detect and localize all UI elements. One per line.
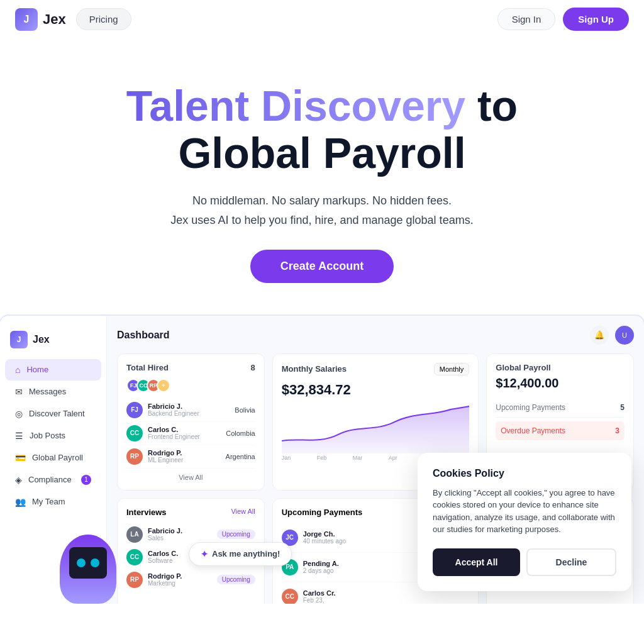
accept-cookies-button[interactable]: Accept All xyxy=(433,548,520,576)
avatar: CC xyxy=(126,549,143,565)
dash-logo: J Jex xyxy=(0,326,106,358)
salary-chart xyxy=(282,403,470,453)
cookie-buttons: Accept All Decline xyxy=(433,548,616,576)
view-all-link[interactable]: View All xyxy=(126,474,255,481)
table-row: FJ Fabricio J. Backend Engineer Bolivia xyxy=(126,399,255,422)
sidebar-item-messages[interactable]: ✉ Messages xyxy=(5,381,101,402)
sidebar-item-label: Compliance xyxy=(28,475,72,484)
avatar: RP xyxy=(126,448,143,465)
dashboard-preview: J Jex ⌂ Home ✉ Messages ◎ Discover Talen… xyxy=(0,314,644,604)
sidebar-item-compliance[interactable]: ◈ Compliance 1 xyxy=(5,469,101,491)
status-badge: Upcoming xyxy=(217,575,255,584)
monthly-dropdown[interactable]: Monthly xyxy=(434,363,470,375)
chart-label: Feb xyxy=(317,455,327,461)
int-role: Marketing xyxy=(148,580,212,587)
payroll-amount: $12,400.00 xyxy=(496,376,625,391)
signin-button[interactable]: Sign In xyxy=(497,8,556,30)
emp-name: Carlos C. xyxy=(148,426,221,433)
notifications-icon[interactable]: 🔔 xyxy=(590,326,609,345)
upcoming-section-label: Upcoming Payments xyxy=(282,508,363,517)
avatar: + xyxy=(157,379,170,392)
discover-icon: ◎ xyxy=(15,409,23,419)
compliance-badge: 1 xyxy=(81,475,91,485)
sidebar-item-label: My Team xyxy=(32,497,65,506)
salary-amount: $32,834.72 xyxy=(282,382,470,398)
chart-label: Mar xyxy=(353,455,363,461)
payroll-icon: 💳 xyxy=(15,453,26,463)
ai-star-icon: ✦ xyxy=(201,549,208,559)
sidebar-item-discover[interactable]: ◎ Discover Talent xyxy=(5,403,101,425)
chart-label: Apr xyxy=(389,455,397,461)
hero-title-gradient: Talent Discovery xyxy=(126,82,465,130)
emp-name: Fabricio J. xyxy=(148,402,230,410)
upcoming-payments-count: 5 xyxy=(620,403,625,412)
avatar: RP xyxy=(126,572,143,588)
upcoming-payments-label: Upcoming Payments xyxy=(496,403,565,412)
sidebar-item-jobs[interactable]: ☰ Job Posts xyxy=(5,425,101,447)
jobs-icon: ☰ xyxy=(15,431,23,441)
total-hired-card: Total Hired 8 FJ CC RP + FJ Fabricio J. … xyxy=(117,353,265,491)
logo-icon: J xyxy=(15,8,38,31)
ai-ask-button[interactable]: ✦ Ask me anything! xyxy=(189,542,292,566)
upcoming-date: Feb 23, xyxy=(303,597,470,604)
int-name: Fabricio J. xyxy=(148,527,212,535)
total-hired-label: Total Hired xyxy=(126,363,169,372)
messages-icon: ✉ xyxy=(15,387,23,397)
emp-country: Colombia xyxy=(226,430,255,437)
avatar: FJ xyxy=(126,402,143,418)
sidebar-item-team[interactable]: 👥 My Team xyxy=(5,491,101,513)
sidebar-item-label: Global Payroll xyxy=(32,453,83,462)
interviews-view-all[interactable]: View All xyxy=(231,508,255,517)
sidebar-item-label: Home xyxy=(26,365,48,374)
dash-header: Dashboard 🔔 U xyxy=(117,326,634,345)
emp-role: Frontend Engineer xyxy=(148,433,221,440)
interviews-label: Interviews xyxy=(126,508,167,517)
avatar: CC xyxy=(126,425,143,441)
decline-cookies-button[interactable]: Decline xyxy=(526,548,616,576)
navbar: J Jex Pricing Sign In Sign Up xyxy=(0,0,644,38)
nav-left: J Jex Pricing xyxy=(15,8,131,31)
hero-section: Talent Discovery toGlobal Payroll No mid… xyxy=(0,38,644,314)
sidebar-item-label: Job Posts xyxy=(30,431,65,440)
header-icons: 🔔 U xyxy=(590,326,634,345)
cookie-title: Cookies Policy xyxy=(433,468,616,479)
overdue-label: Overdue Payments xyxy=(501,426,565,435)
sidebar-item-label: Messages xyxy=(29,387,66,396)
status-badge: Upcoming xyxy=(217,530,255,539)
table-row: CC Carlos C. Frontend Engineer Colombia xyxy=(126,422,255,445)
sidebar-item-payroll[interactable]: 💳 Global Payroll xyxy=(5,447,101,469)
int-name: Rodrigo P. xyxy=(148,572,212,580)
avatar: LA xyxy=(126,526,143,543)
ai-button-label: Ask me anything! xyxy=(212,549,280,558)
emp-name: Rodrigo P. xyxy=(148,449,221,457)
overdue-count: 3 xyxy=(615,426,619,435)
hero-desc: Jex uses AI to help you find, hire, and … xyxy=(25,214,619,227)
sidebar-item-label: Discover Talent xyxy=(29,409,85,418)
emp-role: ML Engineer xyxy=(148,457,221,464)
sidebar-item-home[interactable]: ⌂ Home xyxy=(5,359,101,380)
home-icon: ⌂ xyxy=(15,365,20,375)
monthly-salaries-label: Monthly Salaries xyxy=(282,364,347,374)
overdue-payments-row: Overdue Payments 3 xyxy=(496,421,625,440)
team-icon: 👥 xyxy=(15,497,26,507)
pricing-nav-button[interactable]: Pricing xyxy=(76,8,131,30)
signup-button[interactable]: Sign Up xyxy=(563,8,629,31)
create-account-button[interactable]: Create Account xyxy=(250,250,394,283)
emp-country: Argentina xyxy=(226,453,255,460)
nav-right: Sign In Sign Up xyxy=(497,8,629,31)
list-item: RP Rodrigo P. Marketing Upcoming xyxy=(126,569,255,591)
logo-name: Jex xyxy=(43,11,66,28)
upcoming-payments-row: Upcoming Payments 5 xyxy=(496,398,625,418)
hero-subtitle: No middleman. No salary markups. No hidd… xyxy=(25,194,619,208)
dash-logo-icon: J xyxy=(10,331,28,348)
avatar-icon[interactable]: U xyxy=(615,326,634,345)
cookie-banner: Cookies Policy By clicking "Accept all c… xyxy=(418,453,631,591)
logo: J Jex xyxy=(15,8,66,31)
emp-country: Bolivia xyxy=(235,406,255,414)
dashboard-title: Dashboard xyxy=(117,330,170,341)
global-payroll-label: Global Payroll xyxy=(496,363,625,372)
int-role: Sales xyxy=(148,535,212,541)
avatars-group: FJ CC RP + xyxy=(126,379,255,392)
total-hired-count: 8 xyxy=(250,363,255,372)
chart-label: Jan xyxy=(282,455,291,461)
